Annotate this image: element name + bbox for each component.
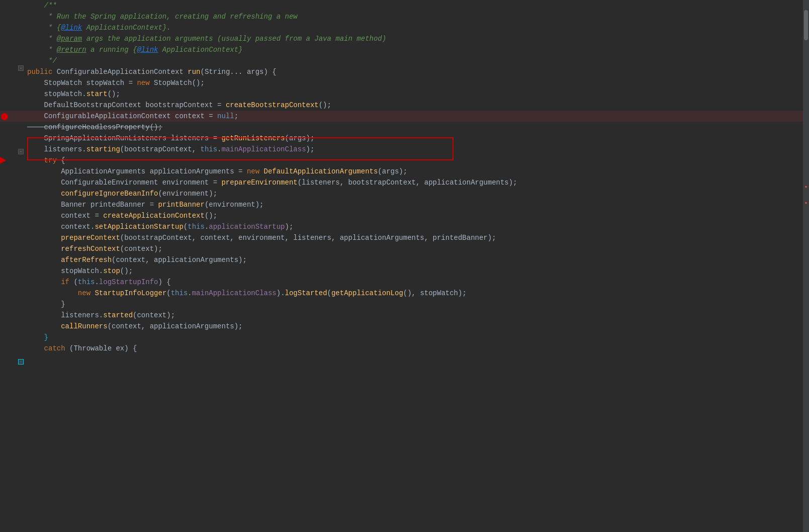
code-line: afterRefresh(context, applicationArgumen… <box>0 254 809 265</box>
line-content: SpringApplicationRunListeners listeners … <box>25 133 809 144</box>
code-line: refreshContext(context); <box>0 243 809 254</box>
line-content: DefaultBootstrapContext bootstrapContext… <box>25 100 809 111</box>
scrollbar-thumb[interactable] <box>804 10 808 40</box>
code-line: listeners.started(context); <box>0 310 809 321</box>
line-content: Banner printedBanner = printBanner(envir… <box>25 199 809 210</box>
code-line: public ConfigurableApplicationContext ru… <box>0 66 809 77</box>
line-content: callRunners(context, applicationArgument… <box>25 321 809 332</box>
code-line: StopWatch stopWatch = new StopWatch(); <box>0 77 809 88</box>
line-content: stopWatch.stop(); <box>25 265 809 277</box>
code-line: */ <box>0 55 809 66</box>
line-content: context = createApplicationContext(); <box>25 210 809 221</box>
code-area[interactable]: /** * Run the Spring application, creati… <box>0 0 809 532</box>
code-line: ApplicationArguments applicationArgument… <box>0 166 809 177</box>
line-content: */ <box>25 55 809 66</box>
code-line-listeners-end: listeners.starting(bootstrapContext, thi… <box>0 144 809 155</box>
code-line: context.setApplicationStartup(this.appli… <box>0 221 809 232</box>
code-line-try-close: } <box>0 332 809 343</box>
line-content: ConfigurableApplicationContext context =… <box>25 111 809 122</box>
line-content: /** <box>25 0 809 11</box>
line-content: * @return a running {@link ApplicationCo… <box>25 44 809 55</box>
line-content: listeners.starting(bootstrapContext, thi… <box>25 144 809 155</box>
code-line-catch: catch (Throwable ex) { <box>0 343 809 354</box>
line-content: * {@link ApplicationContext}. <box>25 22 809 33</box>
scrollbar-error-mark-2 <box>805 202 807 204</box>
line-content: try { <box>25 155 809 166</box>
line-content: configureIgnoreBeanInfo(environment); <box>25 188 809 199</box>
code-line: * @return a running {@link ApplicationCo… <box>0 44 809 55</box>
code-line-try: try { <box>0 155 809 166</box>
code-line: new StartupInfoLogger(this.mainApplicati… <box>0 288 809 299</box>
line-content: catch (Throwable ex) { <box>25 343 809 354</box>
line-content: public ConfigurableApplicationContext ru… <box>25 66 809 77</box>
scrollbar-error-mark-1 <box>805 186 807 188</box>
fold-icon-try[interactable]: - <box>18 149 24 154</box>
line-content: prepareContext(bootstrapContext, context… <box>25 232 809 243</box>
code-line: * {@link ApplicationContext}. <box>0 22 809 33</box>
line-content: * Run the Spring application, creating a… <box>25 11 809 22</box>
code-line: if (this.logStartupInfo) { <box>0 277 809 288</box>
code-line: * Run the Spring application, creating a… <box>0 11 809 22</box>
line-content: afterRefresh(context, applicationArgumen… <box>25 254 809 265</box>
code-line: prepareContext(bootstrapContext, context… <box>0 232 809 243</box>
code-line: configureHeadlessProperty(); <box>0 122 809 133</box>
code-line: stopWatch.start(); <box>0 88 809 100</box>
line-content: if (this.logStartupInfo) { <box>25 277 809 288</box>
code-line: ConfigurableEnvironment environment = pr… <box>0 177 809 188</box>
editor: /** * Run the Spring application, creati… <box>0 0 809 532</box>
line-content: StopWatch stopWatch = new StopWatch(); <box>25 77 809 88</box>
code-lines: /** * Run the Spring application, creati… <box>0 0 809 354</box>
code-line: * @param args the application arguments … <box>0 33 809 44</box>
code-line-listeners-start: SpringApplicationRunListeners listeners … <box>0 133 809 144</box>
line-content: stopWatch.start(); <box>25 88 809 100</box>
line-content: context.setApplicationStartup(this.appli… <box>25 221 809 232</box>
line-content: configureHeadlessProperty(); <box>25 122 809 133</box>
code-line: DefaultBootstrapContext bootstrapContext… <box>0 100 809 111</box>
line-content: new StartupInfoLogger(this.mainApplicati… <box>25 288 809 299</box>
fold-icon-method[interactable]: - <box>18 65 24 71</box>
code-line: stopWatch.stop(); <box>0 265 809 277</box>
breakpoint-dot <box>1 113 8 120</box>
code-line-highlighted: ConfigurableApplicationContext context =… <box>0 111 809 122</box>
line-content: } <box>25 299 809 310</box>
execution-arrow <box>0 157 6 164</box>
scrollbar[interactable] <box>803 0 809 532</box>
line-content: refreshContext(context); <box>25 243 809 254</box>
code-line: configureIgnoreBeanInfo(environment); <box>0 188 809 199</box>
code-line: context = createApplicationContext(); <box>0 210 809 221</box>
code-line: Banner printedBanner = printBanner(envir… <box>0 199 809 210</box>
code-line: } <box>0 299 809 310</box>
line-content: ApplicationArguments applicationArgument… <box>25 166 809 177</box>
line-content: * @param args the application arguments … <box>25 33 809 44</box>
line-content: listeners.started(context); <box>25 310 809 321</box>
line-content: ConfigurableEnvironment environment = pr… <box>25 177 809 188</box>
code-line: callRunners(context, applicationArgument… <box>0 321 809 332</box>
fold-icon-if[interactable]: - <box>18 359 24 365</box>
code-line: /** <box>0 0 809 11</box>
line-content: } <box>25 332 809 343</box>
